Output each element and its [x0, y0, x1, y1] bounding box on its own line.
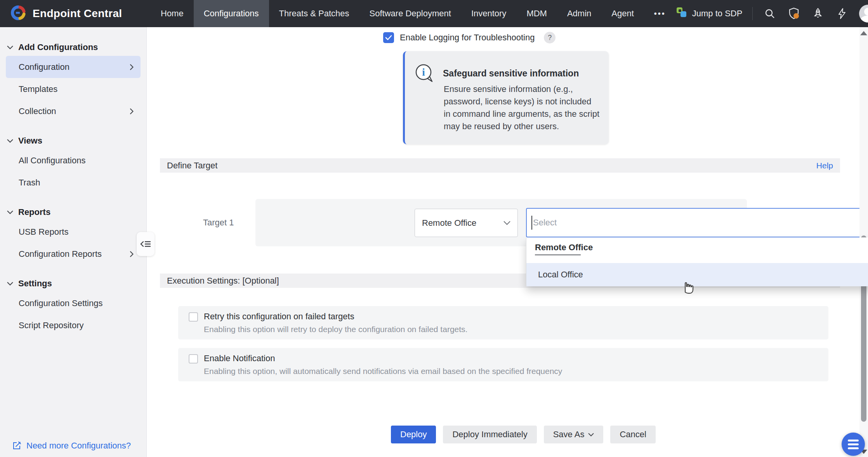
retry-checkbox[interactable]	[189, 312, 198, 322]
nav-item-mdm[interactable]: MDM	[516, 0, 557, 27]
sidebar-item-templates[interactable]: Templates	[6, 78, 141, 100]
scroll-up-arrow-icon[interactable]	[860, 31, 867, 35]
retry-option-label: Retry this configuration on failed targe…	[204, 312, 354, 322]
quick-actions-button[interactable]	[835, 7, 849, 21]
target-category-dropdown[interactable]: Remote Office	[415, 209, 518, 237]
search-icon	[764, 7, 776, 20]
edit-icon	[12, 441, 22, 451]
jump-to-sdp-label: Jump to SDP	[692, 9, 743, 19]
dropdown-option-local-office[interactable]: Local Office	[526, 263, 868, 286]
deploy-button[interactable]: Deploy	[391, 426, 436, 443]
sidebar-item-configuration-reports[interactable]: Configuration Reports	[6, 243, 141, 265]
sidebar: Add Configurations Configuration Templat…	[0, 27, 147, 457]
nav-item-admin[interactable]: Admin	[557, 0, 601, 27]
collapse-sidebar-icon	[140, 239, 151, 249]
retry-option-description: Enabling this option will retry to deplo…	[204, 325, 467, 334]
chevron-right-icon	[130, 108, 134, 114]
user-avatar[interactable]	[859, 5, 868, 23]
main-content: Enable Logging for Troubleshooting ? i S…	[147, 27, 859, 457]
notification-option-label: Enable Notification	[204, 353, 275, 364]
endpoint-central-logo-icon	[10, 5, 26, 23]
target-1-label: Target 1	[203, 218, 234, 228]
chevron-down-icon	[588, 433, 594, 436]
sidebar-section-reports: Reports USB Reports Configuration Report…	[0, 204, 146, 265]
notification-checkbox[interactable]	[189, 354, 198, 364]
chevron-down-icon	[7, 45, 13, 49]
nav-item-configurations[interactable]: Configurations	[194, 0, 269, 27]
save-as-button[interactable]: Save As	[544, 426, 604, 443]
sidebar-item-configuration[interactable]: Configuration	[6, 56, 141, 78]
whats-new-button[interactable]	[811, 7, 825, 21]
sidebar-item-configuration-settings[interactable]: Configuration Settings	[6, 292, 141, 314]
svg-text:i: i	[422, 66, 425, 78]
execution-settings-title: Execution Settings: [Optional]	[167, 276, 279, 286]
jump-to-sdp-button[interactable]: Jump to SDP	[676, 7, 743, 21]
sidebar-title-reports[interactable]: Reports	[0, 204, 146, 221]
nav-item-software-deployment[interactable]: Software Deployment	[359, 0, 461, 27]
brand-title: Endpoint Central	[33, 7, 122, 20]
sidebar-item-all-configurations[interactable]: All Configurations	[6, 149, 141, 171]
sidebar-section-add-configurations: Add Configurations Configuration Templat…	[0, 39, 146, 122]
mouse-cursor-icon	[680, 278, 696, 296]
sidebar-item-collection[interactable]: Collection	[6, 100, 141, 122]
nav-item-threats-patches[interactable]: Threats & Patches	[269, 0, 359, 27]
form-action-buttons: Deploy Deploy Immediately Save As Cancel	[391, 426, 656, 443]
need-more-configurations-link[interactable]: Need more Configurations?	[12, 441, 131, 451]
hamburger-icon	[848, 440, 859, 441]
notification-option-description: Enabling this option, will automatically…	[204, 367, 562, 376]
sdp-icon	[676, 7, 687, 21]
notification-option-card: Enable Notification Enabling this option…	[178, 348, 828, 381]
lightning-icon	[836, 7, 848, 20]
chevron-right-icon	[130, 64, 134, 70]
sidebar-title-settings[interactable]: Settings	[0, 275, 146, 292]
primary-nav: Home Configurations Threats & Patches So…	[151, 0, 676, 27]
security-button[interactable]	[787, 7, 801, 21]
info-bubble-icon: i	[413, 63, 435, 86]
retry-option-card: Retry this configuration on failed targe…	[178, 306, 828, 339]
sidebar-title-add-configurations[interactable]: Add Configurations	[0, 39, 146, 56]
info-box-body: Ensure sensitive information (e.g., pass…	[444, 83, 600, 133]
sidebar-item-script-repository[interactable]: Script Repository	[6, 314, 141, 336]
chevron-down-icon	[7, 210, 13, 214]
sidebar-item-usb-reports[interactable]: USB Reports	[6, 221, 141, 243]
target-select-input[interactable]	[526, 208, 868, 237]
enable-logging-checkbox[interactable]	[383, 32, 394, 43]
nav-item-inventory[interactable]: Inventory	[461, 0, 517, 27]
define-target-title: Define Target	[167, 161, 217, 171]
define-target-help-link[interactable]: Help	[816, 161, 833, 170]
chevron-down-icon	[7, 139, 13, 143]
logging-option-row: Enable Logging for Troubleshooting ?	[383, 32, 556, 43]
shield-icon	[787, 7, 800, 20]
sidebar-collapse-button[interactable]	[137, 232, 155, 256]
sidebar-section-settings: Settings Configuration Settings Script R…	[0, 275, 146, 336]
app-root: Endpoint Central Home Configurations Thr…	[0, 0, 868, 457]
cancel-button[interactable]: Cancel	[610, 426, 655, 443]
safeguard-info-box: i Safeguard sensitive information Ensure…	[403, 51, 609, 144]
deploy-immediately-button[interactable]: Deploy Immediately	[443, 426, 536, 443]
dropdown-group-underline	[535, 254, 581, 255]
define-target-section-bar: Define Target Help	[160, 158, 840, 173]
enable-logging-label: Enable Logging for Troubleshooting	[400, 33, 535, 43]
topbar-divider	[752, 7, 753, 20]
brand[interactable]: Endpoint Central	[0, 5, 151, 23]
sidebar-title-views[interactable]: Views	[0, 132, 146, 149]
chevron-down-icon	[503, 221, 510, 225]
info-box-title: Safeguard sensitive information	[443, 68, 579, 79]
top-navigation-bar: Endpoint Central Home Configurations Thr…	[0, 0, 868, 27]
chevron-right-icon	[130, 251, 134, 257]
nav-item-agent[interactable]: Agent	[601, 0, 644, 27]
target-select-field	[526, 208, 868, 237]
sidebar-item-trash[interactable]: Trash	[6, 171, 141, 194]
logging-help-icon[interactable]: ?	[544, 32, 556, 43]
dropdown-option-remote-office[interactable]: Remote Office	[535, 241, 593, 254]
text-caret	[531, 216, 532, 230]
sidebar-section-views: Views All Configurations Trash	[0, 132, 146, 194]
search-button[interactable]	[763, 7, 777, 21]
topbar-right-cluster: Jump to SDP	[676, 5, 868, 23]
nav-item-more[interactable]: •••	[644, 0, 676, 27]
floating-menu-button[interactable]	[842, 433, 865, 456]
check-icon	[385, 35, 392, 41]
target-category-value: Remote Office	[422, 218, 476, 228]
nav-item-home[interactable]: Home	[151, 0, 194, 27]
rocket-icon	[812, 7, 824, 20]
